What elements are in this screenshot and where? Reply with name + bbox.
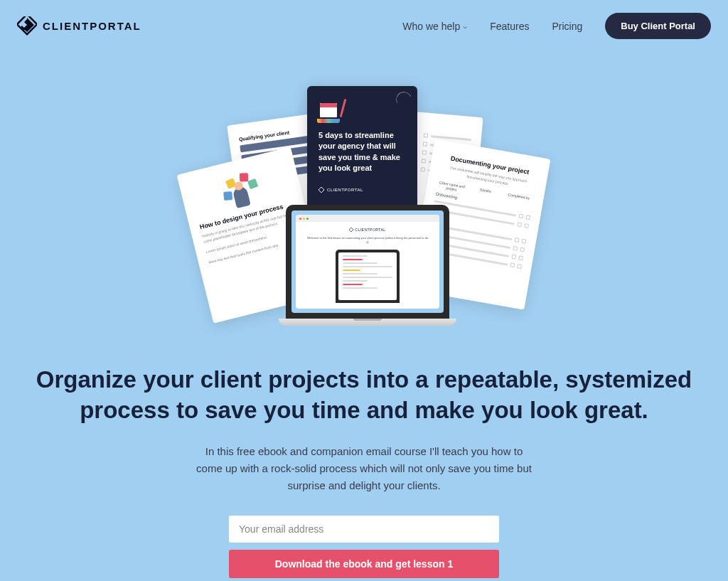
dark-card-text: 5 days to streamline your agency that wi… [318, 130, 406, 174]
dark-card-brand: CLIENTPORTAL [318, 187, 406, 193]
logo-text: CLIENTPORTAL [43, 20, 141, 32]
curl-decoration [394, 90, 414, 110]
nav-features[interactable]: Features [490, 21, 529, 32]
person-illustration [219, 169, 263, 210]
laptop-mockup: CLIENTPORTAL Welcome to the first lesson… [279, 205, 456, 333]
browser-chrome [296, 215, 439, 222]
content-section: Organize your client projects into a rep… [0, 365, 728, 578]
headline: Organize your client projects into a rep… [36, 365, 692, 426]
page-header: CLIENTPORTAL Who we help ⌵ Features Pric… [0, 0, 728, 52]
logo[interactable]: CLIENTPORTAL [17, 16, 141, 36]
main-nav: Who we help ⌵ Features Pricing Buy Clien… [402, 13, 711, 39]
logo-icon [17, 16, 37, 36]
buy-button[interactable]: Buy Client Portal [605, 13, 711, 39]
nav-who-we-help-label: Who we help [402, 21, 460, 32]
nav-pricing-label: Pricing [552, 21, 582, 32]
calendar-icon [318, 99, 346, 122]
svg-rect-2 [349, 228, 353, 232]
nav-who-we-help[interactable]: Who we help ⌵ [402, 21, 467, 32]
subheadline: In this free ebook and companion email c… [193, 443, 535, 494]
nav-pricing[interactable]: Pricing [552, 21, 582, 32]
nav-features-label: Features [490, 21, 529, 32]
dark-card: 5 days to streamline your agency that wi… [307, 86, 417, 225]
signup-form: Download the ebook and get lesson 1 [229, 516, 499, 578]
email-input[interactable] [229, 516, 499, 543]
chevron-down-icon: ⌵ [463, 22, 467, 30]
svg-rect-1 [318, 187, 324, 193]
hero-illustration: Qualifying your client How to design you… [186, 80, 542, 351]
submit-button[interactable]: Download the ebook and get lesson 1 [229, 550, 499, 578]
